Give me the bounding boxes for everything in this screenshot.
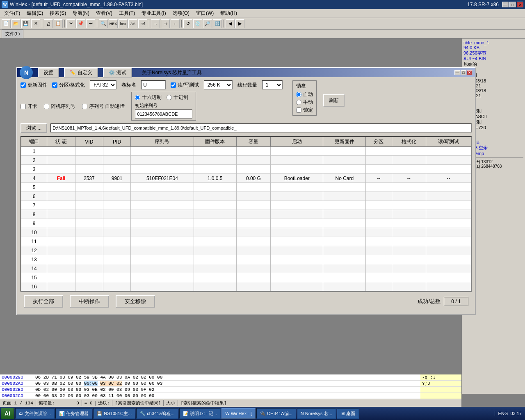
interrupt-btn[interactable]: 中断操作 [70,295,109,308]
thread-select[interactable]: 1 [262,80,283,89]
dialog-minimize[interactable]: — [454,70,460,75]
rw-test-checkbox[interactable] [171,82,176,88]
dialog-close[interactable]: ✕ [467,70,472,75]
taskbar-norelsys[interactable]: N Norelsys 芯... [297,408,336,419]
td-vid [75,264,103,273]
toolbar-hex1[interactable]: HEX [109,19,118,28]
auto-radio-label[interactable]: 自动 [296,91,313,98]
menu-edit[interactable]: 编辑(E) [23,9,46,18]
title-bar-left: W WinHex - [default_UFD_compatible_mmc_1… [2,1,143,8]
dec-radio[interactable] [167,95,172,100]
toolbar-arrow-left[interactable]: ← [171,19,180,28]
minimize-button[interactable]: — [502,2,509,7]
taskbar-desktop[interactable]: 🖥 桌面 [337,408,359,419]
menu-tools[interactable]: 工具(T) [116,9,138,18]
update-firmware-checkbox[interactable] [21,82,26,88]
browse-btn[interactable]: 浏览 ... [21,123,47,133]
td-format [392,183,426,192]
toolbar-copy[interactable]: 📋 [54,19,63,28]
file-tab[interactable]: 文件(L) [2,30,23,38]
menu-window[interactable]: 窗口(W) [193,9,217,18]
toolbar-arrow-right[interactable]: → [151,19,160,28]
manual-radio[interactable] [296,100,301,105]
menu-nav[interactable]: 导航(N) [69,9,93,18]
taskbar-notepad[interactable]: 📝 说明.txt - 记... [179,408,221,419]
dialog-controls[interactable]: — □ ✕ [454,70,472,75]
toolbar-magnify[interactable]: 🔎 [203,19,212,28]
toolbar-nav-prev[interactable]: ◀ [226,19,235,28]
taskbar-ch341a[interactable]: 🔧 ch341a编程... [136,408,178,419]
hex-radio[interactable] [135,95,140,100]
taskbar-ns1081c[interactable]: 💾 NS1081C主... [93,408,135,419]
auto-increment-check[interactable]: 序列号 自动递增 [82,103,125,110]
format-select[interactable]: FAT32 [90,80,116,89]
taskbar-file-manager[interactable]: 🗂 文件资源管... [15,408,55,419]
lock-check[interactable]: 锁定 [296,107,313,114]
maximize-button[interactable]: □ [509,2,516,7]
refresh-btn[interactable]: 刷新 [323,94,345,107]
random-seq-checkbox[interactable] [44,104,49,109]
random-seq-check[interactable]: 随机序列号 [44,103,75,110]
td-capacity [236,255,271,264]
rw-test-check[interactable]: 读/写测试 [171,82,199,89]
toolbar-save[interactable]: 💾 [21,19,30,28]
toolbar-aa[interactable]: AA [128,19,137,28]
taskbar-winhex[interactable]: W WinHex - [ [221,408,256,419]
safe-remove-btn[interactable]: 安全移除 [116,295,155,308]
browse-path-input[interactable] [50,123,472,132]
toolbar-calc[interactable]: 🔢 [213,19,222,28]
dec-radio-label[interactable]: 十进制 [167,94,188,101]
menu-options[interactable]: 选项(O) [169,9,193,18]
toolbar-undo[interactable]: ↩ [86,19,95,28]
td-status [47,147,75,156]
update-firmware-check[interactable]: 更新固件 [21,82,47,89]
open-card-check[interactable]: 开卡 [21,103,37,110]
init-seq-input[interactable] [135,110,192,119]
toolbar-open[interactable]: 📂 [11,19,21,28]
menu-help[interactable]: 帮助(H) [217,9,240,18]
toolbar-ref[interactable]: ref [138,19,147,28]
td-rw [426,183,471,192]
taskbar-task-manager[interactable]: 📊 任务管理器 [55,408,92,419]
window-controls[interactable]: — □ ✕ [502,2,523,7]
menu-view[interactable]: 查看(V) [93,9,116,18]
norelsys-dialog: N 设置 ✏️ 自定义 ⚙️ 测试 关于Norelsys 芯片量产工具 — □ … [16,67,476,315]
toolbar-search[interactable]: 🔍 [99,19,108,28]
toolbar-hex2[interactable]: hex [119,19,128,28]
toolbar-print[interactable]: 🖨 [44,19,53,28]
th-pid: PID [103,137,131,147]
auto-radio[interactable] [296,92,301,97]
settings-btn[interactable]: 设置 [38,68,59,78]
partition-check[interactable]: 分区/格式化 [52,82,85,89]
start-button[interactable]: Ai [1,408,14,419]
auto-increment-checkbox[interactable] [82,104,87,109]
hex-radio-label[interactable]: 十六进制 [135,94,162,101]
toolbar-disk[interactable]: 💿 [193,19,202,28]
toolbar-paste[interactable]: 📌 [76,19,85,28]
sb-size: 大小 [164,400,178,406]
manual-radio-label[interactable]: 手动 [296,99,313,106]
partition-checkbox[interactable] [52,82,57,88]
toolbar-arrow-double[interactable]: ⇒ [161,19,170,28]
toolbar-nav-next[interactable]: ▶ [235,19,244,28]
toolbar-close[interactable]: ✕ [31,19,40,28]
test-btn[interactable]: ⚙️ 测试 [103,68,132,78]
toolbar-cut[interactable]: ✂ [66,19,75,28]
toolbar-refresh[interactable]: ↺ [183,19,192,28]
menu-pro-tools[interactable]: 专业工具(I) [138,9,169,18]
rw-select[interactable]: 256 K [204,80,233,89]
execute-all-btn[interactable]: 执行全部 [24,295,63,308]
menu-search[interactable]: 搜索(S) [46,9,69,18]
customize-btn[interactable]: ✏️ 自定义 [64,68,98,78]
open-card-checkbox[interactable] [21,104,26,109]
menu-file[interactable]: 文件(F) [1,9,23,18]
lock-checkbox[interactable] [296,107,301,113]
table-row: 14 [21,264,471,273]
close-button[interactable]: ✕ [517,2,523,7]
dialog-maximize[interactable]: □ [461,70,466,75]
volume-input[interactable] [141,80,166,89]
toolbar-new[interactable]: 📄 [2,19,11,28]
td-status [47,255,75,264]
taskbar-ch341a2[interactable]: 🔌 CH341A编... [256,408,296,419]
td-rw [426,273,471,282]
